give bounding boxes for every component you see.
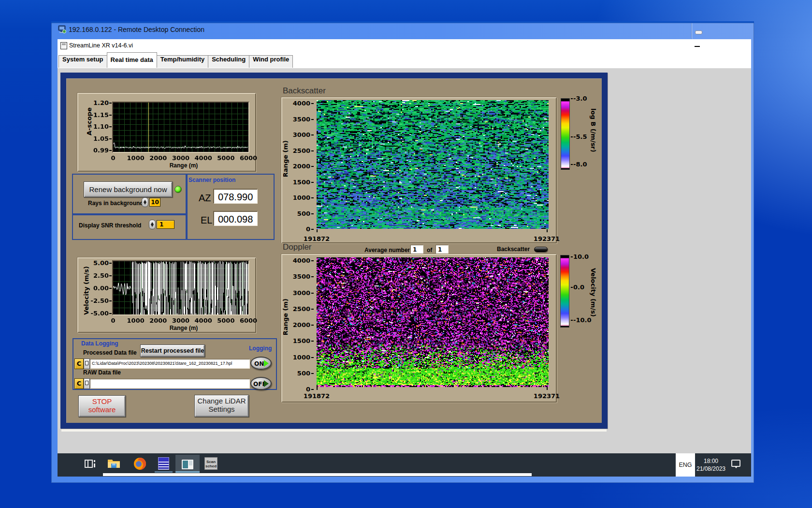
notification-center-icon[interactable] [731, 460, 740, 467]
backscatter-ytick: 1000 [291, 194, 310, 201]
taskbar-white-bar [103, 473, 532, 476]
raw-browse-button[interactable] [84, 378, 90, 389]
average-number-field[interactable]: 1 [410, 245, 423, 254]
language-indicator[interactable]: ENG [676, 453, 695, 477]
active-app-indicator [175, 471, 200, 473]
firefox-icon[interactable] [133, 457, 146, 470]
backscatter-ytick: 2000 [291, 163, 310, 170]
rays-spinner[interactable] [142, 197, 148, 207]
notes-app-indicator [155, 471, 173, 473]
backscatter-ytick: 2500 [291, 147, 310, 154]
az-label: AZ [199, 193, 211, 204]
backscatter-ytick: 1500 [291, 179, 310, 186]
processed-browse-button[interactable] [84, 359, 90, 369]
velocity-xtick: 1000 [124, 317, 148, 324]
tab-system-setup[interactable]: System setup [58, 55, 107, 68]
app-minimize-icon[interactable] [695, 46, 700, 47]
notes-app-icon[interactable] [158, 457, 169, 470]
tab-real-time-data[interactable]: Real time data [107, 52, 157, 68]
backscatter-ytick: 500 [291, 210, 310, 217]
clock-date[interactable]: 21/08/2023 [690, 465, 732, 472]
tab-wind-profile[interactable]: Wind profile [249, 55, 293, 68]
ascope-ytick: 1.20 [89, 99, 109, 106]
tab-scheduling[interactable]: Scheduling [208, 55, 249, 68]
rays-value-field[interactable]: 10 [149, 198, 160, 207]
doppler-plot [317, 257, 549, 387]
doppler-ylabel: Range (m) [282, 299, 290, 349]
rays-in-background-label: Rays in background [88, 200, 144, 207]
velocity-ytick: 2.50 [89, 272, 109, 279]
doppler-xend: 192371 [527, 392, 566, 400]
data-logging-title: Data Logging [81, 340, 118, 347]
file-explorer-icon[interactable] [107, 458, 120, 469]
velocity-xtick: 0 [101, 317, 125, 324]
task-view-icon[interactable] [85, 459, 96, 469]
renew-led-indicator [174, 186, 182, 193]
snr-spinner[interactable] [149, 220, 156, 229]
display-snr-label: Display SNR threshold [79, 222, 141, 229]
doppler-cbar-tick: -10.0 [573, 316, 593, 324]
app-titlebar: StreamLine XR v14-6.vi [58, 39, 751, 52]
ascope-ytick: 1.10 [89, 123, 109, 130]
restart-processed-file-button[interactable]: Restart processed file [140, 344, 205, 357]
ascope-xtick: 3000 [169, 154, 193, 162]
rdp-minimize-pill-icon[interactable] [695, 30, 702, 34]
doppler-cbar-tick: 10.0 [573, 253, 593, 260]
ascope-ytick: 1.15 [89, 111, 109, 119]
backscatter-toggle[interactable] [534, 247, 548, 252]
stop-software-button[interactable]: STOPsoftware [78, 395, 126, 417]
change-lidar-settings-button[interactable]: Change LiDARSettings [194, 395, 249, 417]
ascope-xlabel: Range (m) [162, 162, 205, 169]
taskbar: Scansched ENG 18:00 21/08/2023 [58, 453, 751, 477]
backscatter-cbar-tick: -3.0 [573, 95, 593, 102]
doppler-ytick: 3500 [291, 273, 310, 280]
velocity-xlabel: Range (m) [162, 325, 205, 331]
processed-drive-button[interactable]: C [74, 359, 84, 369]
az-value-field[interactable]: 078.990 [213, 189, 258, 204]
ascope-xtick: 5000 [214, 154, 238, 162]
scanner-position-box [187, 174, 275, 240]
raw-drive-button[interactable]: C [74, 378, 84, 389]
rdp-window-title: 192.168.0.122 - Remote Desktop Connectio… [69, 26, 204, 33]
doppler-colorbar [560, 255, 569, 328]
backscatter-plot [317, 100, 549, 229]
velocity-xtick: 5000 [214, 317, 238, 324]
clock-time[interactable]: 18:00 [695, 458, 727, 464]
velocity-plot [113, 261, 248, 314]
el-label: EL [201, 215, 212, 226]
remote-desktop-icon [58, 25, 67, 33]
backscatter-cbar-tick: -5.5 [573, 133, 593, 140]
el-value-field[interactable]: 000.098 [213, 211, 258, 226]
ascope-plot [113, 103, 248, 152]
doppler-ytick: 4000 [291, 257, 310, 264]
logging-label: Logging [249, 345, 272, 352]
labview-vi-icon [60, 42, 67, 49]
velocity-xtick: 6000 [236, 317, 261, 324]
tab-temp-humidity[interactable]: Temp/humidity [157, 55, 208, 68]
raw-path-field[interactable] [90, 379, 250, 388]
average-number-label: Average number [364, 247, 410, 254]
ascope-ytick: 1.05 [89, 135, 109, 142]
doppler-ytick: 2000 [291, 321, 310, 329]
app-title: StreamLine XR v14-6.vi [69, 42, 133, 49]
logging-on-button[interactable]: ON [250, 357, 272, 370]
snr-value-field[interactable]: 1 [157, 220, 174, 229]
scan-scheduler-icon[interactable]: Scansched [204, 457, 218, 470]
doppler-ytick: 1000 [291, 354, 310, 361]
backscatter-xstart: 191872 [297, 235, 336, 242]
doppler-title: Doppler [283, 242, 312, 252]
logging-off-button[interactable]: OFF [250, 377, 272, 390]
velocity-ytick: -2.50 [89, 297, 109, 304]
velocity-ytick: 0.00 [89, 284, 109, 292]
doppler-ytick: 500 [291, 370, 310, 377]
renew-background-button[interactable]: Renew background now [84, 181, 173, 197]
processed-path-field[interactable]: C:\Lidar\Data\Proc\2023\202308\20230821\… [90, 359, 250, 369]
ascope-xtick: 2000 [146, 154, 170, 162]
ascope-xtick: 6000 [236, 154, 261, 162]
backscatter-ytick: 3500 [291, 116, 310, 123]
average-of-field[interactable]: 1 [435, 245, 449, 254]
backscatter-ytick: 3000 [291, 131, 310, 138]
velocity-ylabel: Velocity (m/s) [83, 266, 90, 324]
backscatter-ytick: 4000 [291, 100, 310, 107]
velocity-xtick: 4000 [191, 317, 216, 324]
